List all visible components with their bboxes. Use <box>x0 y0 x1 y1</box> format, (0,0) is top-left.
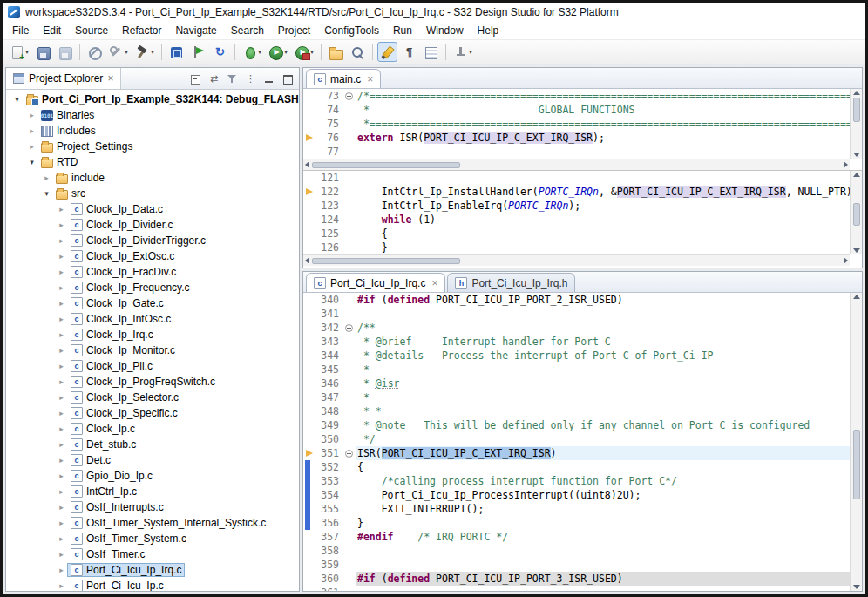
annotation-ruler[interactable] <box>303 349 316 363</box>
annotation-ruler[interactable] <box>303 227 316 241</box>
menu-run[interactable]: Run <box>386 23 419 38</box>
close-icon[interactable]: × <box>431 278 437 288</box>
code-text[interactable]: IntCtrl_Ip_EnableIrq(PORTC_IRQn); <box>356 199 850 213</box>
code-text[interactable]: */ <box>356 432 850 446</box>
scrollbar-thumb[interactable] <box>312 258 460 264</box>
annotation-ruler[interactable] <box>303 516 316 530</box>
annotation-ruler[interactable] <box>303 446 316 460</box>
menu-edit[interactable]: Edit <box>36 23 68 38</box>
annotation-ruler[interactable] <box>303 558 316 572</box>
code-text[interactable]: * @note This will be defined only if any… <box>356 418 850 432</box>
tree-item-content[interactable]: Port_Ci_Port_Ip_Example_S32K144: Debug_F… <box>23 92 299 106</box>
tree-item-port-ci-port-ip-example-s32k144-debug-flash[interactable]: ▾Port_Ci_Port_Ip_Example_S32K144: Debug_… <box>6 92 299 107</box>
tree-item-content[interactable]: Binaries <box>37 108 98 122</box>
folding-ruler[interactable] <box>342 349 356 363</box>
vertical-scrollbar[interactable] <box>850 89 862 159</box>
tree-item-clock-ip-extosc-c[interactable]: ▸cClock_Ip_ExtOsc.c <box>6 248 299 264</box>
tree-item-content[interactable]: cOsIf_Timer_System_Internal_Systick.c <box>67 516 269 530</box>
chevron-right-icon[interactable]: ▸ <box>56 456 67 465</box>
annotation-ruler[interactable] <box>303 145 316 159</box>
tree-item-content[interactable]: cClock_Ip_Data.c <box>67 202 166 216</box>
tree-item-clock-ip-monitor-c[interactable]: ▸cClock_Ip_Monitor.c <box>6 343 299 358</box>
chevron-right-icon[interactable]: ▸ <box>56 566 67 574</box>
code-text[interactable]: /** <box>356 321 850 335</box>
annotation-ruler[interactable] <box>303 335 316 349</box>
tree-item-clock-ip-fracdiv-c[interactable]: ▸cClock_Ip_FracDiv.c <box>6 264 299 280</box>
annotation-ruler[interactable] <box>303 572 316 586</box>
code-text[interactable] <box>356 145 850 159</box>
search-button[interactable] <box>348 42 368 62</box>
line-number[interactable]: 359 <box>316 558 342 572</box>
line-number[interactable]: 343 <box>316 335 342 349</box>
update-code-button[interactable]: ↻ <box>210 42 230 62</box>
horizontal-scrollbar[interactable] <box>303 254 850 266</box>
chevron-right-icon[interactable]: ▸ <box>56 283 67 292</box>
debug-button[interactable]: ▾ <box>240 42 264 62</box>
block-selection-button[interactable] <box>421 42 441 62</box>
line-number[interactable]: 357 <box>316 530 342 544</box>
tree-item-content[interactable]: cPort_Ci_Icu_Ip.c <box>67 579 167 591</box>
tree-item-content[interactable]: RTD <box>37 155 81 169</box>
tree-item-osif-timer-c[interactable]: ▸cOsIf_Timer.c <box>6 546 299 562</box>
tree-item-content[interactable]: cClock_Ip.c <box>67 422 139 436</box>
line-number[interactable]: 347 <box>316 390 342 404</box>
chevron-right-icon[interactable]: ▸ <box>56 252 67 261</box>
annotation-ruler[interactable] <box>303 544 316 558</box>
menu-source[interactable]: Source <box>68 23 115 38</box>
collapse-icon[interactable] <box>345 450 353 458</box>
tree-item-content[interactable]: cDet.c <box>67 453 114 467</box>
chevron-right-icon[interactable]: ▸ <box>56 550 67 559</box>
chevron-right-icon[interactable]: ▸ <box>26 111 37 119</box>
annotation-ruler[interactable] <box>303 363 316 377</box>
line-number[interactable]: 348 <box>316 404 342 418</box>
tree-item-clock-ip-irq-c[interactable]: ▸cClock_Ip_Irq.c <box>6 327 299 343</box>
folding-ruler[interactable] <box>342 502 356 516</box>
annotation-ruler[interactable] <box>303 390 316 404</box>
s32-config-button[interactable] <box>166 42 186 62</box>
tree-item-port-ci-icu-ip-c[interactable]: ▸cPort_Ci_Icu_Ip.c <box>6 578 299 591</box>
tree-item-clock-ip-c[interactable]: ▸cClock_Ip.c <box>6 421 299 437</box>
scroll-up-icon[interactable] <box>853 91 860 95</box>
code-text[interactable]: #endif /* IRQ PORTC */ <box>356 530 850 544</box>
annotation-ruler[interactable] <box>303 321 316 335</box>
code-text[interactable]: * @isr <box>356 377 850 390</box>
tree-item-det-c[interactable]: ▸cDet.c <box>6 452 299 468</box>
chevron-right-icon[interactable]: ▸ <box>56 424 67 433</box>
folding-ruler[interactable] <box>342 293 356 307</box>
chevron-right-icon[interactable]: ▸ <box>56 503 67 512</box>
code-text[interactable]: } <box>356 516 850 530</box>
annotation-ruler[interactable] <box>303 377 316 390</box>
menu-configtools[interactable]: ConfigTools <box>317 23 386 38</box>
chevron-right-icon[interactable]: ▸ <box>56 393 67 402</box>
vertical-scrollbar[interactable] <box>850 171 862 254</box>
scrollbar-thumb[interactable] <box>312 162 460 168</box>
code-text[interactable]: * <box>356 390 850 404</box>
filter-icon[interactable] <box>226 72 239 85</box>
code-text[interactable]: extern ISR(PORT_CI_ICU_IP_C_EXT_IRQ_ISR)… <box>356 131 850 145</box>
scroll-right-icon[interactable] <box>844 257 848 264</box>
line-number[interactable]: 361 <box>316 586 342 591</box>
tree-item-content[interactable]: cPort_Ci_Icu_Ip_Irq.c <box>67 563 185 577</box>
code-view[interactable]: 121122 IntCtrl_Ip_InstallHandler(PORTC_I… <box>303 171 850 254</box>
folding-ruler[interactable] <box>342 363 356 377</box>
folding-ruler[interactable] <box>342 418 356 432</box>
code-text[interactable]: * * <box>356 404 850 418</box>
tree-item-content[interactable]: cClock_Ip_Gate.c <box>67 296 167 310</box>
tree-item-rtd[interactable]: ▾RTD <box>6 154 299 170</box>
tab-port-ci-icu-ip-irq-h[interactable]: hPort_Ci_Icu_Ip_Irq.h <box>447 273 575 292</box>
code-text[interactable]: * @brief Interrupt handler for Port C <box>356 335 850 349</box>
folding-ruler[interactable] <box>342 307 356 321</box>
tree-item-content[interactable]: src <box>52 187 89 200</box>
annotation-ruler[interactable] <box>303 502 316 516</box>
annotation-ruler[interactable] <box>303 488 316 502</box>
skip-all-breakpoints-button[interactable] <box>85 42 105 62</box>
line-number[interactable]: 126 <box>316 241 342 254</box>
code-text[interactable]: /*calling process interrupt function for… <box>356 474 850 488</box>
chevron-right-icon[interactable]: ▸ <box>56 377 67 386</box>
line-number[interactable]: 122 <box>316 185 342 199</box>
tree-item-osif-interrupts-c[interactable]: ▸cOsIf_Interrupts.c <box>6 499 299 515</box>
scroll-left-icon[interactable] <box>305 257 309 264</box>
tree-item-content[interactable]: cClock_Ip_IntOsc.c <box>67 312 174 326</box>
view-menu-icon[interactable]: ⋮ <box>244 72 257 85</box>
code-text[interactable]: * <box>356 363 850 377</box>
